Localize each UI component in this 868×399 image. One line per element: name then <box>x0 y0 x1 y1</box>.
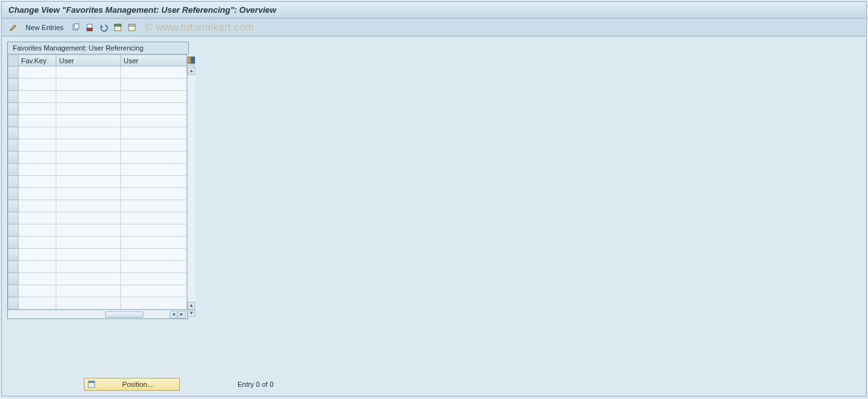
cell-input-favkey[interactable] <box>19 285 56 297</box>
hscroll-left-icon[interactable]: ◄ <box>170 311 177 318</box>
cell-user2[interactable] <box>121 139 187 152</box>
cell-input-favkey[interactable] <box>19 127 56 139</box>
row-selector[interactable] <box>8 224 19 237</box>
cell-input-user2[interactable] <box>121 176 186 187</box>
cell-input-user2[interactable] <box>121 249 186 260</box>
cell-favkey[interactable] <box>19 285 56 297</box>
cell-input-user2[interactable] <box>121 91 186 102</box>
horizontal-scrollbar[interactable]: ◄ ► <box>8 309 187 318</box>
cell-input-user1[interactable] <box>56 91 120 102</box>
cell-user2[interactable] <box>121 103 187 115</box>
row-selector[interactable] <box>8 273 19 285</box>
cell-user2[interactable] <box>121 237 187 249</box>
cell-input-user1[interactable] <box>56 212 120 224</box>
cell-input-favkey[interactable] <box>19 164 56 175</box>
cell-input-user2[interactable] <box>121 297 186 309</box>
undo-icon[interactable] <box>97 21 110 34</box>
cell-input-user2[interactable] <box>121 285 186 297</box>
vertical-scrollbar[interactable]: ▲ ▲ ▼ <box>188 66 195 318</box>
row-selector[interactable] <box>8 66 19 79</box>
row-selector[interactable] <box>8 261 19 273</box>
cell-input-user2[interactable] <box>121 188 186 199</box>
cell-user1[interactable] <box>56 127 121 139</box>
row-selector[interactable] <box>8 200 19 212</box>
cell-input-user1[interactable] <box>56 115 120 127</box>
hscroll-right-icon[interactable]: ► <box>178 311 186 318</box>
cell-input-user2[interactable] <box>121 224 186 236</box>
cell-input-user1[interactable] <box>56 139 120 151</box>
cell-user1[interactable] <box>56 200 121 212</box>
edit-icon[interactable] <box>7 21 20 34</box>
cell-user2[interactable] <box>121 164 187 176</box>
cell-favkey[interactable] <box>19 164 56 176</box>
cell-input-user2[interactable] <box>121 115 186 127</box>
cell-input-favkey[interactable] <box>19 273 56 285</box>
new-entries-button[interactable]: New Entries <box>21 21 68 34</box>
vscroll-up-icon[interactable]: ▲ <box>188 67 195 75</box>
select-all-icon[interactable] <box>111 21 124 34</box>
cell-favkey[interactable] <box>19 127 56 139</box>
cell-user1[interactable] <box>56 261 121 273</box>
cell-input-user1[interactable] <box>56 188 120 199</box>
cell-user1[interactable] <box>56 66 121 79</box>
cell-favkey[interactable] <box>19 139 56 152</box>
cell-input-user1[interactable] <box>56 152 120 163</box>
col-header-user1[interactable]: User <box>56 55 121 66</box>
row-selector[interactable] <box>8 152 19 164</box>
cell-user2[interactable] <box>121 79 187 91</box>
cell-user1[interactable] <box>56 164 121 176</box>
cell-favkey[interactable] <box>19 273 56 285</box>
row-selector[interactable] <box>8 249 19 261</box>
row-selector[interactable] <box>8 188 19 200</box>
row-selector[interactable] <box>8 212 19 224</box>
cell-user2[interactable] <box>121 188 187 200</box>
cell-user1[interactable] <box>56 139 121 152</box>
cell-input-favkey[interactable] <box>19 188 56 199</box>
cell-user1[interactable] <box>56 237 121 249</box>
vscroll-down-icon[interactable]: ▲ <box>188 302 195 309</box>
cell-input-user2[interactable] <box>121 103 186 114</box>
row-selector[interactable] <box>8 164 19 176</box>
row-selector[interactable] <box>8 237 19 249</box>
cell-favkey[interactable] <box>19 66 56 79</box>
cell-input-user2[interactable] <box>121 273 186 285</box>
cell-user2[interactable] <box>121 261 187 273</box>
cell-input-user2[interactable] <box>121 200 186 212</box>
cell-user1[interactable] <box>56 176 121 188</box>
copy-icon[interactable] <box>69 21 82 34</box>
cell-input-favkey[interactable] <box>19 224 56 236</box>
row-selector[interactable] <box>8 297 19 309</box>
cell-input-user1[interactable] <box>56 164 120 175</box>
cell-input-user1[interactable] <box>56 79 120 90</box>
cell-user2[interactable] <box>121 91 187 103</box>
cell-user2[interactable] <box>121 285 187 297</box>
cell-user2[interactable] <box>121 152 187 164</box>
cell-user1[interactable] <box>56 297 121 309</box>
cell-input-user1[interactable] <box>56 103 120 114</box>
cell-favkey[interactable] <box>19 212 56 224</box>
row-selector[interactable] <box>8 127 19 139</box>
cell-input-user1[interactable] <box>56 249 120 260</box>
cell-input-favkey[interactable] <box>19 249 56 260</box>
row-selector[interactable] <box>8 139 19 152</box>
row-selector[interactable] <box>8 115 19 127</box>
cell-input-user1[interactable] <box>56 297 120 309</box>
cell-input-favkey[interactable] <box>19 115 56 127</box>
hscroll-thumb[interactable] <box>105 311 143 318</box>
cell-favkey[interactable] <box>19 249 56 261</box>
cell-input-user1[interactable] <box>56 224 120 236</box>
cell-input-user2[interactable] <box>121 127 186 139</box>
deselect-all-icon[interactable] <box>125 21 138 34</box>
cell-input-user2[interactable] <box>121 66 186 78</box>
cell-input-user2[interactable] <box>121 212 186 224</box>
row-selector[interactable] <box>8 176 19 188</box>
cell-user1[interactable] <box>56 103 121 115</box>
cell-favkey[interactable] <box>19 91 56 103</box>
table-settings-icon[interactable] <box>188 54 195 66</box>
cell-user1[interactable] <box>56 273 121 285</box>
cell-input-favkey[interactable] <box>19 152 56 163</box>
col-header-favkey[interactable]: Fav.Key <box>19 55 56 66</box>
cell-input-user2[interactable] <box>121 152 186 163</box>
cell-favkey[interactable] <box>19 103 56 115</box>
cell-input-favkey[interactable] <box>19 139 56 151</box>
